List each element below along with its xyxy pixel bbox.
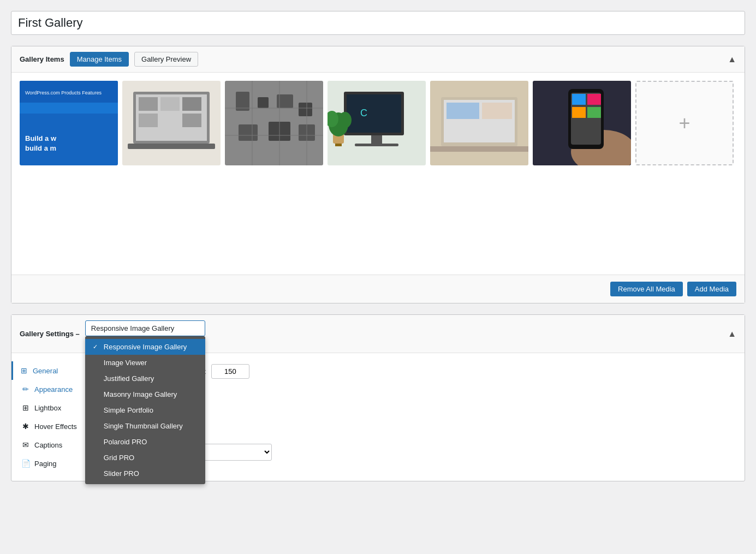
sidebar-item-general-label: General xyxy=(33,367,58,375)
checkmark-icon: ✓ xyxy=(93,343,99,350)
gallery-items-footer: Remove All Media Add Media xyxy=(11,275,745,303)
dropdown-option-label: Image Viewer xyxy=(104,359,147,367)
svg-rect-9 xyxy=(139,97,158,111)
svg-point-38 xyxy=(338,112,352,128)
link-options-group: Full Size Image Image Attachment Page Cu… xyxy=(118,387,734,433)
svg-rect-39 xyxy=(335,144,342,146)
paging-icon: 📄 xyxy=(21,459,30,468)
svg-rect-33 xyxy=(371,135,382,144)
sidebar-item-captions-label: Captions xyxy=(34,441,62,449)
gallery-item-6[interactable] xyxy=(533,81,631,165)
gallery-type-dropdown-menu: ✓ Responsive Image Gallery Image Viewer … xyxy=(85,336,205,484)
remove-all-media-btn[interactable]: Remove All Media xyxy=(610,282,683,296)
dropdown-option-polaroid[interactable]: Polaroid PRO xyxy=(85,434,205,450)
dropdown-option-label: Simple Portfolio xyxy=(104,406,153,414)
gallery-settings-collapse-btn[interactable]: ▲ xyxy=(728,329,736,339)
sidebar-item-paging-label: Paging xyxy=(34,460,56,468)
gallery-grid: Build a w build a m WordPress.com Produc… xyxy=(20,81,736,266)
dropdown-option-justified[interactable]: Justified Gallery xyxy=(85,371,205,386)
captions-icon: ✉ xyxy=(21,440,30,449)
add-gallery-item-btn[interactable]: + xyxy=(635,81,734,165)
svg-rect-21 xyxy=(239,124,258,141)
gallery-settings-header: Gallery Settings – Responsive Image Gall… xyxy=(11,315,745,353)
svg-text:C: C xyxy=(360,108,367,118)
gallery-item-1[interactable]: Build a w build a m WordPress.com Produc… xyxy=(20,81,118,165)
tab-gallery-preview[interactable]: Gallery Preview xyxy=(134,52,198,67)
svg-rect-50 xyxy=(572,94,586,105)
svg-rect-44 xyxy=(482,103,512,119)
svg-text:build a m: build a m xyxy=(25,144,56,152)
add-item-plus-icon: + xyxy=(678,112,690,135)
svg-rect-34 xyxy=(355,144,398,146)
add-media-btn[interactable]: Add Media xyxy=(687,282,736,296)
svg-rect-14 xyxy=(182,114,201,127)
dropdown-option-grid[interactable]: Grid PRO xyxy=(85,450,205,466)
svg-text:Build a w: Build a w xyxy=(25,134,57,142)
svg-rect-11 xyxy=(182,97,201,111)
gallery-settings-title: Gallery Settings – xyxy=(20,330,80,338)
lightbox-icon: ⊞ xyxy=(21,403,30,412)
gallery-item-4[interactable]: C xyxy=(328,81,426,165)
svg-rect-51 xyxy=(587,94,601,105)
dropdown-option-single-thumbnail[interactable]: Single Thumbnail Gallery xyxy=(85,418,205,434)
svg-rect-43 xyxy=(447,103,479,119)
svg-rect-53 xyxy=(587,107,601,118)
gallery-item-2[interactable] xyxy=(122,81,221,165)
radio-attachment-page[interactable]: Image Attachment Page xyxy=(118,400,734,408)
gallery-item-5[interactable] xyxy=(430,81,528,165)
dropdown-option-label: Slider PRO xyxy=(104,469,139,478)
gallery-items-header: Gallery Items Manage Items Gallery Previ… xyxy=(11,46,745,73)
dimensions-row: Width Height xyxy=(118,364,734,379)
dropdown-selected-label: Responsive Image Gallery xyxy=(91,324,174,332)
dropdown-option-simple-portfolio[interactable]: Simple Portfolio xyxy=(85,402,205,418)
sidebar-item-lightbox-label: Lightbox xyxy=(34,404,61,412)
gallery-item-3[interactable] xyxy=(225,81,323,165)
dropdown-option-image-viewer[interactable]: Image Viewer xyxy=(85,355,205,371)
dropdown-option-label: Masonry Image Gallery xyxy=(104,390,177,398)
gallery-items-title: Gallery Items xyxy=(20,55,64,63)
general-icon: ⊞ xyxy=(20,366,28,375)
radio-custom-url[interactable]: Custom URL xyxy=(118,412,734,420)
sidebar-item-hover-effects-label: Hover Effects xyxy=(34,422,77,431)
dropdown-option-responsive[interactable]: ✓ Responsive Image Gallery xyxy=(85,339,205,355)
gallery-title-input[interactable] xyxy=(11,11,745,35)
gallery-items-collapse-btn[interactable]: ▲ xyxy=(728,55,736,64)
dropdown-option-label: Single Thumbnail Gallery xyxy=(104,422,183,430)
svg-rect-45 xyxy=(430,146,528,152)
dropdown-option-slider[interactable]: Slider PRO xyxy=(85,466,205,481)
lightbox-row: Lightbox ? None Lightbox 2 Magnific Popu… xyxy=(118,444,734,461)
radio-full-size[interactable]: Full Size Image xyxy=(118,387,734,395)
svg-rect-20 xyxy=(299,103,312,116)
gallery-items-body: Build a w build a m WordPress.com Produc… xyxy=(11,73,745,275)
sidebar-item-appearance-label: Appearance xyxy=(34,385,73,394)
gallery-items-header-left: Gallery Items Manage Items Gallery Previ… xyxy=(20,52,198,67)
svg-text:WordPress.com Products Feature: WordPress.com Products Features xyxy=(25,90,102,96)
svg-rect-10 xyxy=(160,97,180,111)
gallery-type-dropdown-wrapper: Responsive Image Gallery ✓ Responsive Im… xyxy=(85,320,205,336)
gallery-items-panel: Gallery Items Manage Items Gallery Previ… xyxy=(11,46,745,303)
tab-manage-items[interactable]: Manage Items xyxy=(70,52,129,67)
svg-rect-18 xyxy=(258,97,269,108)
radio-not-linked[interactable]: Not linked xyxy=(118,425,734,433)
dropdown-option-label: Responsive Image Gallery xyxy=(104,343,187,351)
svg-rect-12 xyxy=(139,114,158,127)
dropdown-option-label: Polaroid PRO xyxy=(104,438,147,446)
svg-rect-13 xyxy=(160,114,180,127)
dropdown-option-label: Grid PRO xyxy=(104,454,134,462)
height-input[interactable] xyxy=(211,364,249,379)
dropdown-option-label: Justified Gallery xyxy=(104,374,154,383)
gallery-type-dropdown-trigger[interactable]: Responsive Image Gallery xyxy=(85,320,205,336)
dropdown-option-masonry[interactable]: Masonry Image Gallery xyxy=(85,386,205,402)
appearance-icon: ✏ xyxy=(21,385,30,394)
svg-rect-15 xyxy=(128,144,215,149)
svg-rect-52 xyxy=(572,107,586,118)
svg-rect-31 xyxy=(347,94,401,133)
gallery-settings-panel: Gallery Settings – Responsive Image Gall… xyxy=(11,314,745,481)
hover-effects-icon: ✱ xyxy=(21,422,30,431)
